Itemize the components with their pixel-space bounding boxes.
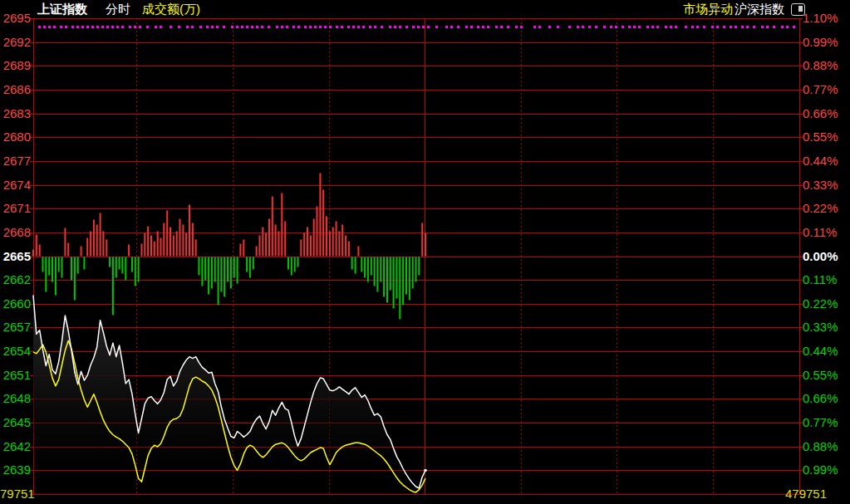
turnover-bar-up — [326, 217, 327, 257]
turnover-bar-up — [421, 223, 423, 257]
turnover-bar-up — [173, 236, 174, 257]
percent-axis-label: 0.77% — [803, 83, 849, 96]
anomaly-dot — [261, 26, 263, 28]
anomaly-dot — [336, 26, 338, 28]
anomaly-dot — [178, 26, 180, 28]
turnover-bar-up — [192, 223, 194, 257]
turnover-bar-up — [281, 193, 283, 257]
anomaly-dot — [603, 26, 606, 28]
turnover-bar-down — [396, 257, 398, 299]
turnover-bar-down — [412, 257, 414, 289]
percent-axis-label: 0.22% — [803, 297, 849, 311]
anomaly-dot — [427, 26, 430, 28]
anomaly-dot — [568, 26, 571, 28]
anomaly-dot — [495, 26, 498, 28]
turnover-bar-up — [195, 240, 197, 257]
turnover-bar-up — [272, 197, 273, 257]
price-axis-label: 2642 — [0, 440, 31, 453]
anomaly-dot — [134, 26, 136, 28]
turnover-bar-up — [182, 225, 184, 257]
anomaly-dot — [357, 26, 360, 28]
anomaly-dot — [435, 26, 438, 28]
anomaly-dot — [633, 26, 636, 28]
anomaly-dot — [548, 26, 551, 28]
anomaly-dot — [139, 26, 141, 28]
turnover-bar-down — [77, 257, 79, 274]
anomaly-dot — [628, 26, 631, 28]
anomaly-dot — [319, 26, 322, 28]
anomaly-dot — [251, 26, 253, 28]
turnover-bar-down — [399, 257, 400, 320]
turnover-bar-down — [211, 257, 213, 289]
anomaly-dot — [191, 26, 194, 28]
turnover-bar-up — [189, 205, 190, 257]
anomaly-dot — [595, 26, 597, 28]
anomaly-dot — [500, 26, 503, 28]
turnover-bar-up — [336, 222, 337, 257]
anomaly-dot — [286, 26, 288, 28]
anomaly-dot — [48, 26, 51, 28]
turnover-bar-down — [361, 257, 362, 272]
anomaly-dot — [675, 26, 677, 28]
turnover-bar-down — [135, 257, 136, 286]
turnover-bar-down — [351, 257, 353, 270]
price-axis-label: 2660 — [0, 297, 31, 311]
turnover-bar-up — [425, 233, 426, 257]
turnover-bar-down — [291, 257, 292, 276]
anomaly-dot — [730, 26, 732, 28]
anomaly-dot — [622, 26, 624, 28]
anomaly-dot — [457, 26, 459, 28]
anomaly-dot — [670, 26, 672, 28]
anomaly-dot — [268, 26, 270, 28]
turnover-bar-up — [256, 247, 258, 257]
turnover-bar-down — [376, 257, 378, 292]
turnover-bar-down — [227, 257, 228, 282]
anomaly-dot — [374, 26, 376, 28]
anomaly-dot — [615, 26, 617, 28]
anomaly-dot — [588, 26, 591, 28]
turnover-bar-down — [287, 257, 289, 270]
turnover-bar-up — [322, 190, 324, 257]
anomaly-dot — [86, 26, 89, 28]
turnover-bar-down — [112, 257, 114, 316]
turnover-bar-up — [179, 219, 181, 257]
turnover-bar-down — [249, 257, 251, 278]
anomaly-dot — [723, 26, 725, 28]
anomaly-dot — [216, 26, 219, 28]
anomaly-dot — [381, 26, 383, 28]
anomaly-dot — [309, 26, 312, 28]
percent-axis-label: 0.11% — [803, 273, 849, 286]
turnover-bar-down — [138, 257, 140, 282]
anomaly-dot — [711, 26, 714, 28]
turnover-bar-down — [230, 257, 232, 289]
turnover-bar-down — [45, 257, 47, 292]
turnover-bar-up — [275, 225, 277, 257]
price-axis-label: 2689 — [0, 59, 31, 72]
anomaly-dot — [735, 26, 737, 28]
price-axis-label: 2674 — [0, 179, 31, 192]
turnover-bar-down — [131, 257, 133, 272]
percent-axis-label: 0.44% — [803, 345, 849, 358]
turnover-bar-down — [233, 257, 235, 278]
turnover-bar-down — [409, 257, 410, 301]
turnover-bar-down — [380, 257, 381, 282]
turnover-bar-up — [243, 240, 244, 257]
turnover-bar-down — [383, 257, 385, 297]
turnover-bar-up — [64, 228, 66, 257]
turnover-bar-down — [48, 257, 50, 276]
anomaly-dot — [231, 26, 233, 28]
turnover-bar-down — [201, 257, 203, 286]
percent-axis-label: 0.77% — [803, 416, 849, 429]
percent-axis-label: 0.99% — [803, 463, 849, 477]
turnover-bar-up — [39, 245, 41, 257]
anomaly-dot — [691, 26, 694, 28]
anomaly-dot — [341, 26, 343, 28]
percent-axis-label: 0.55% — [803, 130, 849, 144]
turnover-bar-down — [58, 257, 60, 272]
anomaly-dot — [369, 26, 371, 28]
anomaly-dot — [533, 26, 536, 28]
anomaly-dot — [422, 26, 425, 28]
turnover-bar-up — [338, 232, 340, 257]
percent-axis-label: 0.66% — [803, 107, 849, 120]
anomaly-dot — [155, 26, 157, 28]
